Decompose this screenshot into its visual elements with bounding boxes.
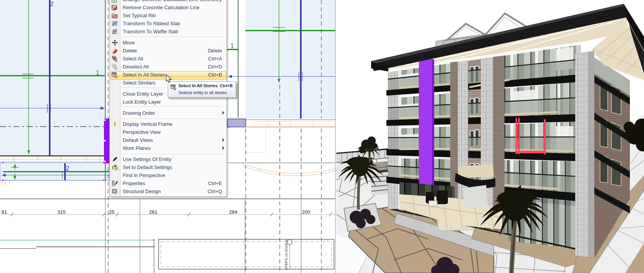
- svg-text:25: 25: [109, 209, 114, 215]
- svg-text:261: 261: [149, 209, 157, 215]
- svg-text:284: 284: [229, 209, 237, 215]
- svg-text:STEPS 10.0/100.0: STEPS 10.0/100.0: [284, 240, 288, 270]
- svg-text:1: 1: [230, 43, 234, 49]
- svg-text:81: 81: [2, 209, 7, 215]
- svg-text:315: 315: [57, 209, 66, 215]
- svg-text:2: 2: [50, 1, 54, 7]
- svg-text:2: 2: [66, 165, 69, 172]
- svg-text:200: 200: [302, 209, 310, 215]
- svg-text:1: 1: [96, 70, 99, 76]
